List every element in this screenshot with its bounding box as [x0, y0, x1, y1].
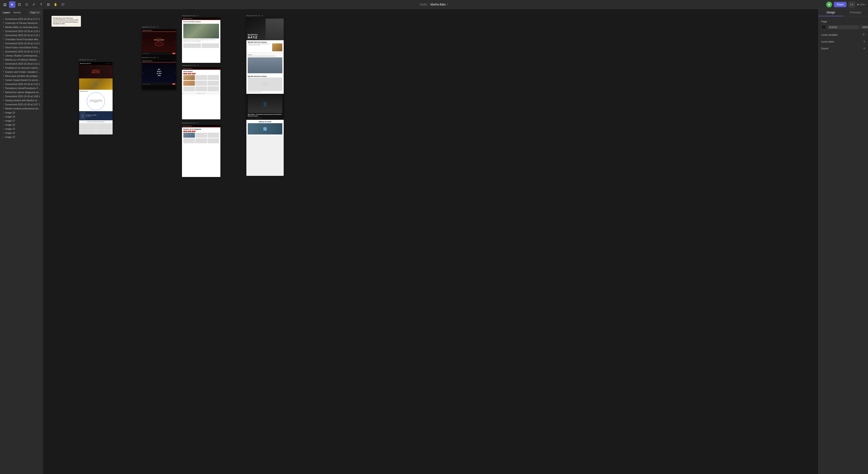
- export-add-button[interactable]: +: [863, 46, 865, 50]
- main-area: Layers Assets Page 1 ▾ □ Screenshot 2023…: [0, 9, 868, 474]
- layer-type-icon: □: [3, 83, 4, 86]
- page-opacity-input[interactable]: [860, 25, 868, 29]
- layer-item[interactable]: T University of Toronto HomeUniver...: [0, 21, 43, 25]
- layer-label: Periodismo HomePeriodismo Colu...: [5, 87, 41, 90]
- layer-type-icon: T: [3, 99, 4, 102]
- layer-item[interactable]: T Literary Studies Contemporary Lat...: [0, 54, 43, 58]
- layer-type-icon: □: [3, 51, 4, 53]
- layer-item[interactable]: □ Screenshot 2023-10-26 at 3.08 1: [0, 94, 43, 98]
- layer-type-icon: T: [3, 75, 4, 77]
- svg-rect-11: [47, 3, 48, 4]
- layer-item[interactable]: □ Screenshot 2023-10-26 at 3.07 1: [0, 102, 43, 106]
- page-arrow-icon: ▾: [38, 11, 39, 13]
- select-tool[interactable]: [9, 1, 16, 8]
- layer-item[interactable]: □ Screenshot 2023-10-26 at 3.16 1: [0, 29, 43, 33]
- layer-type-icon: T: [3, 91, 4, 94]
- breadcrumb-file[interactable]: Martha Bátiz: [431, 3, 446, 6]
- layer-item[interactable]: T Named by Latinos Magazine as on...: [0, 90, 43, 94]
- page-color-swatch[interactable]: [821, 25, 826, 30]
- tab-prototype[interactable]: Prototype: [843, 9, 868, 16]
- layer-item[interactable]: T Short Fiction HomeShort Fiction 'T...: [0, 45, 43, 50]
- layer-label: Screenshot 2023-10-26 at 3.16 1: [5, 30, 40, 33]
- layer-label: Screenshot 2023-10-26 at 3.08 1: [5, 95, 40, 98]
- local-styles-header: Local styles +: [821, 40, 865, 43]
- panel-tabs: Layers Assets Page 1 ▾: [0, 9, 43, 16]
- layer-item[interactable]: T Having worked with Martha on her...: [0, 98, 43, 102]
- frame-5[interactable]: MARTHA BÁTIZ Nombre de la Categoria Tag …: [182, 125, 220, 177]
- layer-label: Translator HomeTranslator Martha...: [5, 38, 41, 41]
- layer-item[interactable]: □ image 15: [0, 127, 43, 131]
- layer-item[interactable]: □ Screenshot 2023-10-26 at 3.17 1: [0, 17, 43, 21]
- layer-label: Screenshot 2023-10-26 at 3.13 1: [5, 50, 40, 53]
- frame-6[interactable]: MARTHA BÁTIZ PLAZA REQUIEM › ‹: [142, 29, 176, 59]
- layer-label: Named by Latinos Magazine as on...: [5, 91, 41, 94]
- pen-tool[interactable]: [31, 1, 37, 8]
- layer-item[interactable]: □ Screenshot 2023-10-26 at 3.13 1: [0, 50, 43, 54]
- tab-layers[interactable]: Layers: [2, 10, 11, 14]
- layer-item[interactable]: □ image 16: [0, 123, 43, 127]
- layer-item[interactable]: T Finalista en el concurso nacional d...: [0, 66, 43, 70]
- layer-item[interactable]: T Translator HomeTranslator Martha...: [0, 37, 43, 41]
- layer-type-icon: T: [3, 22, 4, 24]
- layer-type-icon: T: [3, 67, 4, 69]
- menu-button[interactable]: [2, 1, 8, 8]
- layer-item[interactable]: □ image 14: [0, 131, 43, 135]
- layer-item[interactable]: □ Screenshot 2023-10-26 at 3.11 1: [0, 62, 43, 66]
- local-styles-add-button[interactable]: +: [863, 40, 865, 43]
- hand-tool[interactable]: ✋: [53, 1, 59, 8]
- comment-tool[interactable]: [60, 1, 66, 8]
- layer-item[interactable]: □ Screenshot 2023-10-26 at 3.14 1: [0, 41, 43, 45]
- layer-item[interactable]: □ Screenshot 2023-10-26 at 3.15 1: [0, 33, 43, 37]
- layer-item[interactable]: □ image 18: [0, 115, 43, 119]
- frame-text-card[interactable]: Recognized as one of the most successful…: [52, 16, 81, 27]
- canvas[interactable]: Recognized as one of the most successful…: [43, 9, 818, 474]
- local-variables-header: Local variables: [821, 33, 865, 37]
- page-selector[interactable]: Page 1 ▾: [29, 11, 41, 14]
- layer-type-icon: □: [3, 103, 4, 106]
- layer-item[interactable]: T Career Impact Award Un premio a ...: [0, 78, 43, 82]
- layer-label: University of Toronto HomeUniver...: [5, 22, 41, 24]
- layer-item[interactable]: □ image 19: [0, 110, 43, 115]
- layer-type-icon: □: [3, 112, 4, 114]
- tab-assets[interactable]: Assets: [12, 10, 22, 14]
- play-button[interactable]: 11% ▾: [857, 3, 866, 6]
- share-button[interactable]: Share: [834, 2, 846, 7]
- avatar: M: [826, 2, 832, 7]
- tab-design[interactable]: Design: [818, 9, 843, 16]
- layer-item[interactable]: T Martha Bátiz es mexicana pero viv...: [0, 25, 43, 29]
- layer-item[interactable]: T Explore and Create, Canada Coun...: [0, 70, 43, 74]
- layer-item[interactable]: T Beca para estudios de postgrado, ...: [0, 74, 43, 78]
- layer-item[interactable]: □ image 17: [0, 119, 43, 123]
- svg-rect-10: [26, 4, 28, 5]
- frame-8[interactable]: MARTHA BÁTIZ Big title that tell a histo…: [246, 18, 284, 176]
- breadcrumb-arrow-icon[interactable]: ▾: [447, 3, 448, 6]
- export-header: Export +: [821, 46, 865, 50]
- layer-label: Short Fiction HomeShort Fiction 'T...: [5, 46, 41, 49]
- frame-3[interactable]: MARTHA BÁTIZ NoStarsin theSky › ‹ No sta…: [142, 60, 176, 90]
- code-button[interactable]: [848, 1, 855, 8]
- layer-type-icon: T: [3, 59, 4, 61]
- svg-marker-15: [857, 4, 859, 5]
- component-tool[interactable]: [45, 1, 52, 8]
- frame-tool[interactable]: [16, 1, 23, 8]
- local-styles-title: Local styles: [821, 40, 834, 43]
- layer-item[interactable]: T Martha as a Professor Martha disc...: [0, 58, 43, 62]
- frame-2[interactable]: MARTHA BÁTIZ MARTHABÁTIZ › 👤: [79, 62, 113, 134]
- text-tool[interactable]: T: [38, 1, 44, 8]
- layer-label: image 19: [5, 111, 15, 114]
- local-variables-settings-button[interactable]: [862, 33, 865, 37]
- shape-tool[interactable]: [24, 1, 30, 8]
- frame-7[interactable]: MARTHA BÁTIZ Social and Politic Criticis…: [182, 18, 220, 63]
- svg-rect-0: [4, 3, 5, 4]
- frame-4[interactable]: MARTHA BÁTIZ Short Reads Tag 1 Tag 2 Tag…: [182, 67, 220, 119]
- layer-item[interactable]: □ Screenshot 2023-10-26 at 3.10 1: [0, 82, 43, 86]
- layers-list: □ Screenshot 2023-10-26 at 3.17 1 T Univ…: [0, 16, 43, 474]
- layer-label: image 15: [5, 127, 15, 130]
- layer-item[interactable]: T Martha studied professional acting...: [0, 106, 43, 110]
- layer-type-icon: T: [3, 55, 4, 57]
- layer-label: image 13: [5, 136, 15, 138]
- layer-item[interactable]: T Periodismo HomePeriodismo Colu...: [0, 86, 43, 90]
- layer-item[interactable]: □ image 13: [0, 135, 43, 139]
- svg-point-16: [863, 34, 864, 35]
- page-hex-input[interactable]: [828, 25, 859, 29]
